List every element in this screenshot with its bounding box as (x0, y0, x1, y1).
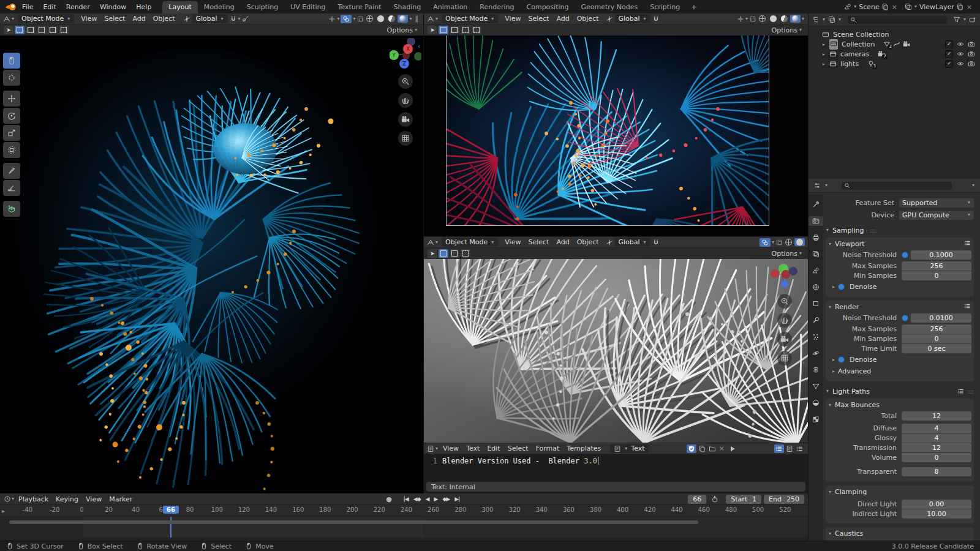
line-numbers-toggle[interactable] (774, 444, 784, 453)
diffuse-field[interactable]: 4 (902, 424, 971, 433)
xray-toggle-icon[interactable] (775, 239, 783, 246)
noise-threshold-checkbox[interactable] (902, 315, 908, 321)
workspace-tab[interactable]: Rendering (473, 1, 520, 13)
total-field[interactable]: 12 (902, 411, 971, 421)
shading-wireframe-button[interactable] (783, 238, 794, 246)
tool-scale[interactable] (3, 125, 20, 141)
tool-transform[interactable] (3, 142, 20, 158)
timeline-channel-area[interactable] (0, 517, 808, 538)
text-editor-menu-item[interactable]: Select (504, 444, 532, 452)
editor-type-icon[interactable] (427, 239, 434, 246)
sidebar-collapse-arrow[interactable]: ‹ (418, 43, 420, 50)
workspace-tab[interactable]: Geometry Nodes (575, 1, 644, 13)
topbar-menu-item[interactable]: Help (131, 3, 156, 11)
drag-grip-icon[interactable]: :::: (967, 388, 974, 395)
render-visibility-icon[interactable] (968, 60, 975, 67)
add-workspace-button[interactable]: + (686, 3, 701, 11)
viewport-menu-item[interactable]: Add (129, 15, 149, 23)
workspace-tab[interactable]: UV Editing (284, 1, 331, 13)
pan-hand-icon[interactable] (398, 93, 413, 108)
workspace-tab[interactable]: Compositing (521, 1, 575, 13)
tab-render[interactable] (809, 216, 823, 226)
disclosure-icon[interactable]: ▸ (821, 51, 827, 57)
transport-button[interactable]: |◀ (402, 496, 410, 502)
shading-material-button[interactable] (779, 15, 790, 23)
tool-select-intersect-icon[interactable] (59, 26, 69, 34)
render-visibility-icon[interactable] (968, 40, 975, 48)
topbar-menu-item[interactable]: Window (95, 3, 131, 11)
workspace-tab[interactable]: Animation (427, 1, 473, 13)
axis-gizmo[interactable]: Y X Z (390, 38, 421, 70)
text-editor[interactable]: ▾ ViewTextEditSelectFormatTemplates ▾ Te… (423, 443, 808, 493)
new-collection-icon[interactable] (969, 16, 976, 23)
tool-select-extend-icon[interactable] (450, 26, 459, 34)
tab-texture[interactable] (809, 414, 823, 424)
transform-orientation-icon[interactable] (606, 239, 613, 246)
snap-magnet-icon[interactable] (652, 239, 660, 246)
new-text-icon[interactable] (698, 445, 706, 452)
viewport-menu-item[interactable]: Add (552, 238, 573, 246)
text-editor-menu-item[interactable]: Text (462, 444, 483, 452)
topbar-menu-item[interactable]: Edit (38, 3, 61, 11)
workspace-tab[interactable]: Modeling (198, 1, 241, 13)
viewlayer-selector[interactable]: ▾ ViewLayer × (902, 3, 976, 11)
tab-object-data[interactable] (809, 381, 823, 391)
selectability-checkbox[interactable]: ✓ (945, 40, 953, 48)
stopwatch-icon[interactable] (711, 495, 718, 503)
xray-toggle-icon[interactable] (749, 15, 756, 23)
viewport-menu-item[interactable]: View (501, 15, 524, 23)
light-paths-section-header[interactable]: ▾ Light Paths :::: (826, 385, 974, 397)
denoise-checkbox[interactable] (838, 283, 845, 290)
tool-cursor[interactable] (3, 70, 20, 86)
viewport-menu-item[interactable]: Select (524, 238, 552, 246)
workspace-tab[interactable]: Shading (388, 1, 428, 13)
orientation-selector[interactable]: Global ▾ (615, 238, 650, 247)
playhead-frame-badge[interactable]: 66 (163, 506, 179, 514)
tab-output[interactable] (809, 233, 823, 242)
tab-material[interactable] (809, 398, 823, 408)
render-denoise-row[interactable]: ▸ Denoise (828, 354, 971, 365)
text-editor-menu-item[interactable]: Edit (483, 444, 503, 452)
glossy-field[interactable]: 4 (902, 433, 971, 443)
workspace-tab[interactable]: Sculpting (241, 1, 284, 13)
device-dropdown[interactable]: GPU Compute▾ (899, 211, 974, 220)
shading-rendered-button[interactable] (398, 15, 408, 23)
tool-select-box-icon[interactable] (439, 249, 448, 258)
shading-solid-button[interactable] (794, 238, 805, 246)
viewport-denoise-row[interactable]: ▸ Denoise (828, 282, 971, 292)
mode-selector[interactable]: Object Mode ▾ (18, 14, 74, 23)
tab-modifiers[interactable] (809, 315, 823, 325)
open-text-icon[interactable] (709, 445, 716, 452)
text-editor-menu-item[interactable]: Format (532, 444, 564, 452)
tab-scene[interactable] (809, 266, 823, 276)
register-script-toggle[interactable] (687, 444, 696, 453)
editor-type-icon[interactable] (3, 15, 10, 23)
timeline-menu-item[interactable]: Playback (15, 495, 52, 503)
hide-eye-icon[interactable] (957, 40, 964, 48)
max-samples-field[interactable]: 256 (902, 261, 971, 271)
editor-type-icon[interactable] (4, 495, 11, 503)
tool-tweak-icon[interactable]: ➤ (428, 249, 437, 258)
noise-threshold-slider[interactable]: 0.1000 (911, 250, 971, 260)
header-pause-icon[interactable]: ‖ (413, 15, 421, 23)
min-samples-field[interactable]: 0 (902, 271, 971, 280)
ortho-grid-icon[interactable] (398, 131, 413, 146)
viewport-menu-item[interactable]: View (501, 238, 524, 246)
tool-select-box-icon[interactable] (439, 26, 448, 34)
workspace-tab[interactable]: Layout (162, 1, 197, 13)
preset-menu-icon[interactable] (964, 302, 971, 310)
camera-view-icon[interactable] (777, 332, 792, 347)
tab-particles[interactable] (809, 332, 823, 342)
gizmos-toggle-icon[interactable] (737, 15, 744, 23)
outliner-row-scene-collection[interactable]: Scene Collection (809, 29, 980, 39)
copy-icon[interactable] (881, 3, 889, 10)
auto-key-record-button[interactable]: ● (380, 495, 398, 503)
min-samples-field[interactable]: 0 (902, 334, 971, 343)
tab-constraints[interactable] (809, 365, 823, 375)
close-icon[interactable]: × (965, 3, 973, 11)
render-visibility-icon[interactable] (968, 50, 975, 58)
timeline-menu-item[interactable]: Keying (52, 495, 82, 503)
transform-orientation-icon[interactable] (183, 15, 190, 23)
selectability-checkbox[interactable]: ✓ (945, 60, 953, 68)
overlays-toggle-icon[interactable] (760, 238, 771, 247)
